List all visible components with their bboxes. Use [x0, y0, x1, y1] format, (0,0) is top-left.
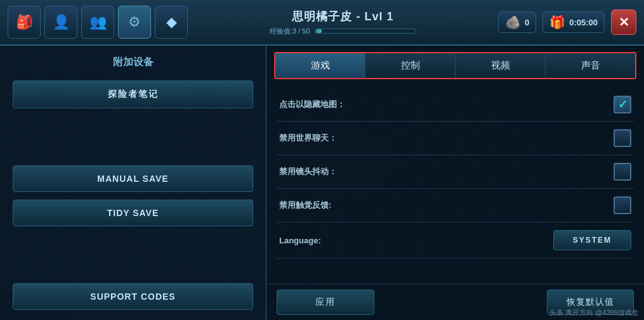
exp-bar-bg: [315, 29, 416, 34]
exp-bar-fill: [315, 29, 321, 33]
left-panel-title: 附加设备: [13, 56, 253, 69]
manual-save-button[interactable]: MANUAL SAVE: [13, 165, 253, 192]
tab-game[interactable]: 游戏: [275, 53, 365, 78]
game-title: 思明橘子皮 - Lvl 1: [292, 9, 393, 24]
gem-icon[interactable]: ◆: [155, 6, 188, 39]
setting-row-hide-map: 点击以隐藏地图： ✓: [277, 88, 634, 122]
left-panel: 附加设备 探险者笔记 MANUAL SAVE TIDY SAVE SUPPORT…: [0, 46, 266, 320]
character-icon[interactable]: 👤: [44, 6, 77, 39]
tabs-row: 游戏 控制 视频 声音: [274, 52, 636, 79]
setting-row-disable-shake: 禁用镜头抖动：: [277, 155, 634, 189]
apply-button[interactable]: 应用: [277, 290, 374, 315]
disable-shake-checkbox[interactable]: [614, 163, 631, 181]
gift-icon: 🎁: [549, 15, 565, 30]
main-content: 附加设备 探险者笔记 MANUAL SAVE TIDY SAVE SUPPORT…: [0, 46, 644, 320]
top-bar-right: 🪨 0 🎁 0:05:00 ✕: [498, 10, 636, 35]
setting-row-language: Language: SYSTEM: [277, 222, 634, 259]
language-button[interactable]: SYSTEM: [553, 230, 631, 250]
gold-icon: 🪨: [505, 15, 521, 30]
tab-video[interactable]: 视频: [456, 53, 546, 78]
exp-bar-container: 经验值:3 / 50: [270, 27, 417, 36]
backpack-icon[interactable]: 🎒: [8, 6, 41, 39]
setting-row-disable-chat: 禁用世界聊天：: [277, 122, 634, 155]
resource-box: 🪨 0: [498, 11, 536, 33]
resource-count: 0: [525, 18, 529, 27]
disable-haptic-label: 禁用触觉反馈:: [279, 200, 331, 211]
close-button[interactable]: ✕: [611, 10, 636, 35]
explorer-notes-button[interactable]: 探险者笔记: [13, 80, 253, 108]
language-label: Language:: [279, 236, 321, 245]
hide-map-checkbox[interactable]: ✓: [614, 96, 631, 113]
settings-icon[interactable]: ⚙: [118, 6, 151, 39]
timer-box: 🎁 0:05:00: [542, 11, 605, 33]
settings-list: 点击以隐藏地图： ✓ 禁用世界聊天： 禁用镜头抖动： 禁用触觉反馈:: [266, 84, 644, 284]
disable-chat-checkbox[interactable]: [614, 129, 631, 147]
exp-label: 经验值:3 / 50: [270, 27, 310, 36]
timer-text: 0:05:00: [569, 18, 598, 27]
watermark: 头条 离开方向 @4399游戏盒: [549, 308, 639, 317]
tab-control[interactable]: 控制: [365, 53, 456, 78]
support-codes-button[interactable]: SUPPORT CODES: [13, 283, 253, 310]
disable-haptic-checkbox[interactable]: [614, 196, 631, 214]
tidy-save-button[interactable]: TIDY SAVE: [13, 200, 253, 226]
group-icon[interactable]: 👥: [81, 6, 114, 39]
checkmark-icon: ✓: [618, 98, 628, 112]
nav-icons: 🎒 👤 👥 ⚙ ◆: [8, 6, 188, 39]
top-bar: 🎒 👤 👥 ⚙ ◆ 思明橘子皮 - Lvl 1 经验值:3 / 50 🪨 0 🎁…: [0, 0, 644, 46]
title-area: 思明橘子皮 - Lvl 1 经验值:3 / 50: [200, 9, 485, 36]
disable-chat-label: 禁用世界聊天：: [279, 132, 337, 144]
hide-map-label: 点击以隐藏地图：: [279, 99, 345, 110]
disable-shake-label: 禁用镜头抖动：: [279, 166, 337, 177]
tab-audio[interactable]: 声音: [546, 53, 635, 78]
setting-row-disable-haptic: 禁用触觉反馈:: [277, 189, 634, 222]
right-panel: 游戏 控制 视频 声音 点击以隐藏地图： ✓ 禁用世界聊天： 禁用镜头抖动：: [266, 46, 644, 320]
